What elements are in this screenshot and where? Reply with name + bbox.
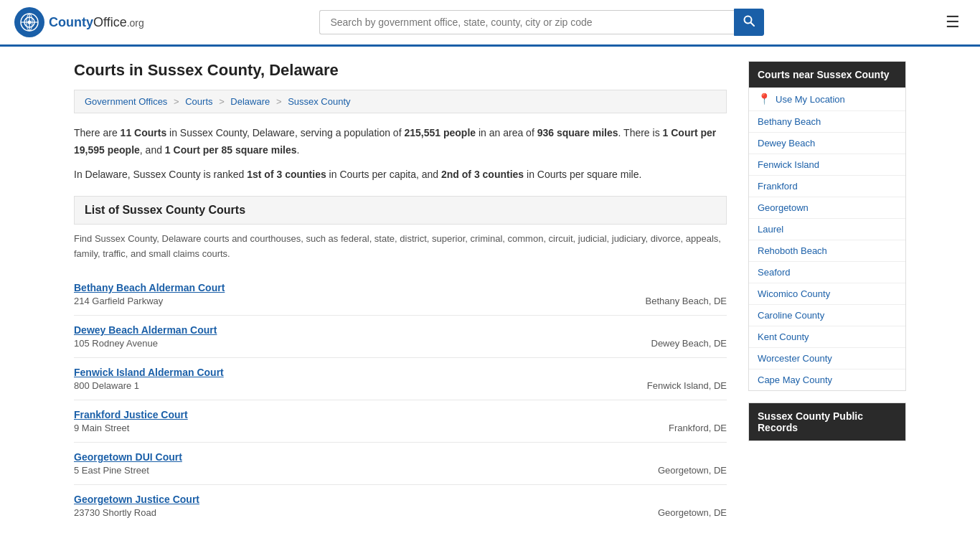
- nearby-city-item[interactable]: Georgetown: [749, 197, 905, 219]
- menu-icon: ☰: [946, 13, 960, 31]
- nearby-city-link[interactable]: Caroline County: [758, 310, 824, 321]
- rank-capita: 1st of 3 counties: [247, 169, 326, 180]
- content-area: Courts in Sussex County, Delaware Govern…: [74, 61, 727, 527]
- summary-line2: In Delaware, Sussex County is ranked 1st…: [74, 166, 727, 184]
- breadcrumb: Government Offices > Courts > Delaware >…: [74, 90, 727, 113]
- nearby-city-link[interactable]: Bethany Beach: [758, 116, 821, 127]
- search-input[interactable]: [319, 10, 734, 34]
- nearby-city-item[interactable]: Caroline County: [749, 305, 905, 326]
- nearby-city-item[interactable]: Fenwick Island: [749, 154, 905, 176]
- court-count: 11 Courts: [121, 127, 167, 138]
- rank-area: 2nd of 3 counties: [441, 169, 524, 180]
- nearby-city-link[interactable]: Kent County: [758, 331, 809, 342]
- nearby-city-item[interactable]: Kent County: [749, 326, 905, 348]
- nearby-city-item[interactable]: Frankford: [749, 176, 905, 197]
- court-name-link[interactable]: Bethany Beach Alderman Court: [74, 282, 225, 293]
- sidebar: Courts near Sussex County 📍 Use My Locat…: [748, 61, 906, 527]
- court-details-row: 214 Garfield Parkway Bethany Beach, DE: [74, 296, 727, 306]
- court-details-row: 800 Delaware 1 Fenwick Island, DE: [74, 380, 727, 391]
- nearby-city-link[interactable]: Fenwick Island: [758, 159, 819, 170]
- court-address: 5 East Pine Street: [74, 465, 149, 476]
- area: 936 square miles: [537, 127, 618, 138]
- svg-line-7: [751, 23, 755, 27]
- use-location-link[interactable]: Use My Location: [776, 94, 845, 105]
- nearby-cities-list: Bethany BeachDewey BeachFenwick IslandFr…: [749, 111, 905, 390]
- nearby-city-item[interactable]: Rehoboth Beach: [749, 240, 905, 262]
- court-item: Fenwick Island Alderman Court 800 Delawa…: [74, 358, 727, 400]
- court-address: 105 Rodney Avenue: [74, 338, 158, 349]
- breadcrumb-sep-3: >: [276, 96, 282, 107]
- nearby-city-item[interactable]: Cape May County: [749, 369, 905, 390]
- search-button[interactable]: [734, 9, 764, 36]
- public-records-title: Sussex County Public Records: [749, 403, 905, 441]
- court-name-wrap: Georgetown DUI Court: [74, 451, 727, 465]
- court-name-link[interactable]: Dewey Beach Alderman Court: [74, 324, 217, 336]
- nearby-city-link[interactable]: Rehoboth Beach: [758, 245, 827, 256]
- court-name-wrap: Bethany Beach Alderman Court: [74, 282, 727, 296]
- use-location-item[interactable]: 📍 Use My Location: [749, 88, 905, 111]
- page-title: Courts in Sussex County, Delaware: [74, 61, 727, 80]
- court-name-link[interactable]: Frankford Justice Court: [74, 409, 188, 420]
- court-name-link[interactable]: Georgetown DUI Court: [74, 451, 182, 463]
- logo-text: CountyOffice.org: [49, 15, 144, 30]
- court-item: Dewey Beach Alderman Court 105 Rodney Av…: [74, 316, 727, 358]
- court-name-link[interactable]: Georgetown Justice Court: [74, 494, 199, 505]
- breadcrumb-sep-1: >: [174, 96, 179, 107]
- find-text: Find Sussex County, Delaware courts and …: [74, 232, 727, 262]
- nearby-city-item[interactable]: Laurel: [749, 219, 905, 240]
- court-item: Georgetown Justice Court 23730 Shortly R…: [74, 485, 727, 527]
- summary-line1: There are 11 Courts in Sussex County, De…: [74, 125, 727, 159]
- nearby-city-item[interactable]: Worcester County: [749, 348, 905, 369]
- court-address: 214 Garfield Parkway: [74, 296, 163, 306]
- population: 215,551 people: [404, 127, 476, 138]
- breadcrumb-sussex[interactable]: Sussex County: [288, 96, 350, 107]
- header: CountyOffice.org ☰: [0, 0, 980, 47]
- court-item: Frankford Justice Court 9 Main Street Fr…: [74, 400, 727, 443]
- menu-button[interactable]: ☰: [940, 10, 966, 34]
- public-records-box: Sussex County Public Records: [748, 402, 906, 441]
- main-container: Courts in Sussex County, Delaware Govern…: [60, 47, 920, 541]
- list-section-heading: List of Sussex County Courts: [74, 196, 727, 225]
- court-name-wrap: Georgetown Justice Court: [74, 494, 727, 507]
- nearby-box: Courts near Sussex County 📍 Use My Locat…: [748, 61, 906, 391]
- logo[interactable]: CountyOffice.org: [14, 7, 144, 37]
- court-name-wrap: Frankford Justice Court: [74, 409, 727, 423]
- nearby-city-link[interactable]: Seaford: [758, 267, 791, 278]
- court-location: Frankford, DE: [612, 423, 727, 433]
- nearby-city-link[interactable]: Dewey Beach: [758, 138, 815, 149]
- per-area: 1 Court per 85 square miles: [165, 144, 297, 156]
- court-location: Dewey Beach, DE: [612, 338, 727, 349]
- court-name-link[interactable]: Fenwick Island Alderman Court: [74, 367, 224, 378]
- court-item: Georgetown DUI Court 5 East Pine Street …: [74, 443, 727, 485]
- breadcrumb-sep-2: >: [219, 96, 225, 107]
- svg-point-5: [28, 21, 32, 24]
- court-details-row: 5 East Pine Street Georgetown, DE: [74, 465, 727, 476]
- court-address: 800 Delaware 1: [74, 380, 139, 391]
- court-name-wrap: Dewey Beach Alderman Court: [74, 324, 727, 338]
- nearby-city-item[interactable]: Dewey Beach: [749, 133, 905, 154]
- court-address: 9 Main Street: [74, 423, 129, 433]
- logo-icon: [14, 7, 44, 37]
- court-details-row: 105 Rodney Avenue Dewey Beach, DE: [74, 338, 727, 349]
- breadcrumb-gov-offices[interactable]: Government Offices: [85, 96, 167, 107]
- nearby-city-link[interactable]: Frankford: [758, 181, 798, 192]
- court-location: Georgetown, DE: [612, 507, 727, 518]
- nearby-city-link[interactable]: Georgetown: [758, 202, 809, 213]
- nearby-city-link[interactable]: Worcester County: [758, 353, 832, 364]
- court-address: 23730 Shortly Road: [74, 507, 156, 518]
- nearby-city-link[interactable]: Laurel: [758, 224, 783, 235]
- court-details-row: 23730 Shortly Road Georgetown, DE: [74, 507, 727, 518]
- nearby-title: Courts near Sussex County: [749, 62, 905, 88]
- breadcrumb-courts[interactable]: Courts: [185, 96, 212, 107]
- nearby-city-link[interactable]: Wicomico County: [758, 288, 830, 299]
- nearby-city-item[interactable]: Wicomico County: [749, 283, 905, 305]
- court-name-wrap: Fenwick Island Alderman Court: [74, 367, 727, 380]
- breadcrumb-delaware[interactable]: Delaware: [230, 96, 270, 107]
- nearby-city-item[interactable]: Seaford: [749, 262, 905, 283]
- search-area: [319, 9, 764, 36]
- court-location: Bethany Beach, DE: [612, 296, 727, 306]
- nearby-city-link[interactable]: Cape May County: [758, 375, 832, 385]
- court-location: Georgetown, DE: [612, 465, 727, 476]
- court-details-row: 9 Main Street Frankford, DE: [74, 423, 727, 433]
- nearby-city-item[interactable]: Bethany Beach: [749, 111, 905, 133]
